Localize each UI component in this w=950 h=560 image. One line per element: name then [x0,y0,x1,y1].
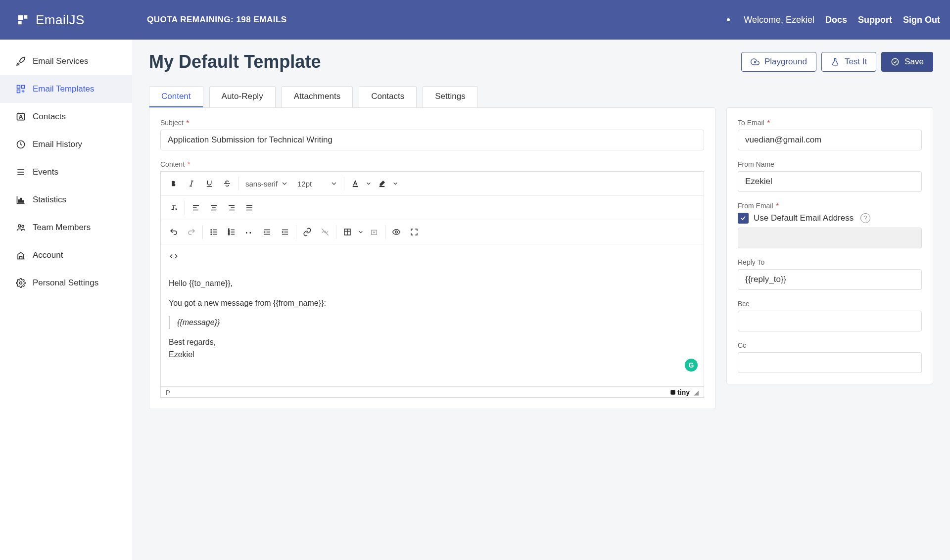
sidebar-item-email-history[interactable]: Email History [0,131,132,158]
sidebar-item-contacts[interactable]: Contacts [0,103,132,131]
flask-icon [831,57,840,66]
highlight-color-button[interactable] [373,175,391,192]
bullet-list-button[interactable] [205,223,223,241]
resize-handle-icon[interactable]: ◢ [694,389,699,396]
svg-rect-0 [17,86,20,89]
bcc-input[interactable] [738,311,922,331]
chevron-down-icon [393,179,398,188]
sidebar: Email Services Email Templates Contacts … [0,40,132,560]
cloud-icon [751,57,760,66]
sidebar-label: Account [33,250,63,260]
insert-table-button[interactable] [338,223,356,241]
sidebar-label: Contacts [33,112,66,122]
remove-link-button[interactable] [316,223,334,241]
highlight-color-dropdown[interactable] [391,175,400,192]
underline-button[interactable] [200,175,218,192]
save-button[interactable]: Save [881,52,933,72]
text-color-dropdown[interactable] [364,175,373,192]
from-email-label: From Email * [738,202,922,210]
sidebar-item-statistics[interactable]: Statistics [0,186,132,214]
content-panel: Subject * Content * sans-serif 12 [149,107,715,409]
svg-rect-1 [22,86,25,89]
strikethrough-button[interactable] [218,175,236,192]
tab-auto-reply[interactable]: Auto-Reply [209,86,276,107]
redo-button[interactable] [183,223,200,241]
playground-button[interactable]: Playground [741,52,816,72]
align-left-button[interactable] [187,199,205,217]
support-link[interactable]: Support [858,15,892,25]
subject-input[interactable] [160,130,704,150]
events-icon [16,167,26,177]
tiny-brand: tiny [669,388,690,396]
italic-button[interactable] [183,175,200,192]
text-color-button[interactable] [346,175,364,192]
sidebar-item-account[interactable]: Account [0,241,132,269]
tabs: Content Auto-Reply Attachments Contacts … [149,86,933,107]
align-justify-button[interactable] [240,199,258,217]
svg-point-18 [20,282,22,284]
chevron-down-icon [358,228,363,236]
element-path[interactable]: P [166,389,170,396]
sidebar-item-events[interactable]: Events [0,158,132,186]
tab-content[interactable]: Content [149,86,203,107]
grammarly-icon[interactable]: G [685,359,698,372]
sidebar-item-email-templates[interactable]: Email Templates [0,75,132,103]
rocket-icon [16,56,26,66]
svg-rect-14 [20,198,22,202]
font-size-select[interactable]: 12pt [292,177,342,191]
bcc-label: Bcc [738,300,922,308]
cc-input[interactable] [738,352,922,373]
sidebar-label: Email History [33,140,82,149]
tab-settings[interactable]: Settings [423,86,477,107]
notification-dot-icon [727,18,730,21]
docs-link[interactable]: Docs [825,15,847,25]
bold-button[interactable] [165,175,183,192]
tab-contacts[interactable]: Contacts [359,86,417,107]
editor-body[interactable]: Hello {{to_name}}, You got a new message… [160,268,704,387]
clear-formatting-button[interactable] [165,199,183,217]
sidebar-item-email-services[interactable]: Email Services [0,47,132,75]
chevron-down-icon [331,181,337,187]
fullscreen-button[interactable] [405,223,423,241]
source-code-button[interactable] [165,247,183,265]
from-email-input [738,228,922,248]
subject-label: Subject * [160,119,704,127]
delete-button[interactable] [365,223,383,241]
outdent-button[interactable] [258,223,276,241]
editor-footer: P tiny ◢ [160,387,704,398]
blockquote-button[interactable] [240,223,258,241]
indent-button[interactable] [276,223,294,241]
preview-button[interactable] [387,223,405,241]
account-icon [16,250,26,260]
svg-rect-63 [670,390,675,394]
undo-button[interactable] [165,223,183,241]
signout-link[interactable]: Sign Out [903,15,940,25]
align-center-button[interactable] [205,199,223,217]
sidebar-item-personal-settings[interactable]: Personal Settings [0,269,132,297]
page-title: My Default Template [149,51,321,72]
sidebar-label: Personal Settings [33,278,98,288]
cc-label: Cc [738,341,922,349]
use-default-email-checkbox[interactable] [738,213,749,224]
insert-link-button[interactable] [298,223,316,241]
welcome-text: Welcome, Ezekiel [744,15,814,25]
sidebar-label: Team Members [33,223,91,233]
to-email-input[interactable] [738,130,922,150]
chevron-down-icon [366,179,371,188]
tiny-logo-icon [669,389,676,396]
help-icon[interactable]: ? [860,213,870,223]
table-dropdown[interactable] [356,223,365,241]
tab-attachments[interactable]: Attachments [282,86,353,107]
align-right-button[interactable] [223,199,240,217]
logo[interactable]: EmailJS [0,12,132,28]
font-family-select[interactable]: sans-serif [240,177,292,191]
from-name-input[interactable] [738,171,922,192]
sidebar-item-team-members[interactable]: Team Members [0,214,132,241]
test-it-button[interactable]: Test It [821,52,876,72]
reply-to-input[interactable] [738,269,922,290]
numbered-list-button[interactable]: 123 [223,223,240,241]
logo-icon [16,13,30,27]
svg-point-42 [211,234,212,235]
svg-point-19 [754,61,756,63]
to-email-label: To Email * [738,119,922,127]
